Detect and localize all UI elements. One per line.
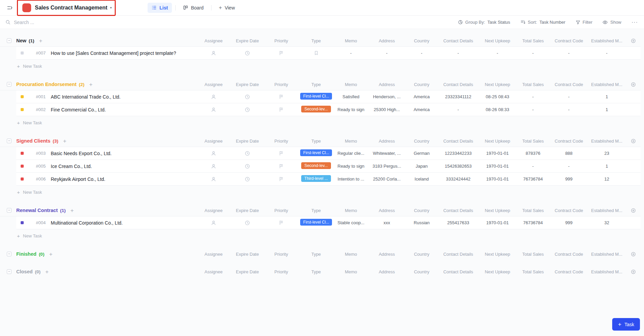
column-header-sales[interactable]: Total Sales — [516, 139, 550, 144]
column-header-contact[interactable]: Contact Details — [438, 252, 479, 257]
new-task-link[interactable]: + New Task — [17, 186, 641, 198]
cell-established[interactable]: - — [588, 50, 626, 56]
column-header-expire[interactable]: Expire Date — [230, 269, 264, 274]
column-header-country[interactable]: Country — [406, 38, 438, 43]
status-square[interactable] — [21, 108, 24, 111]
collapse-group-icon[interactable]: − — [7, 252, 12, 256]
cell-assignee[interactable] — [197, 220, 230, 226]
column-header-upkeep[interactable]: Next Upkeep — [479, 252, 516, 257]
column-header-sales[interactable]: Total Sales — [516, 269, 550, 274]
status-square[interactable] — [21, 221, 24, 224]
cell-address[interactable]: 3183 Pergus... — [368, 164, 406, 169]
column-header-memo[interactable]: Memo — [334, 252, 368, 257]
column-header-assignee[interactable]: Assignee — [197, 252, 230, 257]
table-row[interactable]: #002 Fine Commercial Co., Ltd. — [16, 103, 641, 116]
table-row[interactable]: #003 Basic Needs Export Co., Ltd. — [16, 147, 641, 160]
column-header-country[interactable]: Country — [406, 208, 438, 213]
column-header-country[interactable]: Country — [406, 139, 438, 144]
cell-priority[interactable] — [264, 176, 298, 182]
cell-contract_code[interactable]: - — [550, 107, 588, 112]
cell-total_sales[interactable]: 76736784 — [516, 220, 550, 225]
column-header-upkeep[interactable]: Next Upkeep — [479, 82, 516, 87]
cell-priority[interactable] — [264, 94, 298, 99]
cell-next_upkeep[interactable]: 08-25 08:43 — [479, 94, 516, 99]
add-task-to-group-icon[interactable]: + — [89, 82, 93, 87]
collapse-group-icon[interactable]: − — [7, 269, 12, 274]
column-header-sales[interactable]: Total Sales — [516, 82, 550, 87]
new-task-link[interactable]: + New Task — [17, 60, 641, 72]
status-square[interactable] — [21, 95, 24, 98]
column-header-established[interactable]: Established M... — [588, 269, 626, 274]
cell-memo[interactable]: Satisfied — [334, 94, 368, 99]
cell-memo[interactable]: Ready to sign — [334, 164, 368, 169]
group-name[interactable]: Signed Clients — [16, 138, 50, 144]
cell-contact[interactable]: - — [438, 107, 479, 112]
table-row[interactable]: #007 How to use [Sales Contract Manageme… — [16, 47, 641, 60]
column-header-expire[interactable]: Expire Date — [230, 139, 264, 144]
column-header-contact[interactable]: Contact Details — [438, 269, 479, 274]
cell-type[interactable]: Second-lev... — [298, 162, 334, 170]
cell-memo[interactable]: Ready to sign — [334, 107, 368, 112]
cell-country[interactable]: Japan — [406, 164, 438, 169]
cell-country[interactable]: - — [406, 50, 438, 56]
new-task-link[interactable]: + New Task — [17, 229, 641, 242]
column-header-code[interactable]: Contract Code — [550, 269, 588, 274]
add-task-to-group-icon[interactable]: + — [45, 269, 49, 275]
cell-priority[interactable] — [264, 107, 298, 112]
cell-assignee[interactable] — [197, 176, 230, 182]
cell-assignee[interactable] — [197, 50, 230, 56]
column-header-address[interactable]: Address — [368, 252, 406, 257]
cell-contact[interactable]: 23323341112 — [438, 94, 479, 99]
status-square[interactable] — [21, 165, 24, 168]
column-header-priority[interactable]: Priority — [264, 38, 298, 43]
add-column-icon[interactable] — [626, 82, 641, 87]
cell-country[interactable]: America — [406, 107, 438, 112]
table-row[interactable]: #004 Multinational Corporation Co., Ltd. — [16, 216, 641, 229]
column-header-upkeep[interactable]: Next Upkeep — [479, 139, 516, 144]
cell-priority[interactable] — [264, 50, 298, 56]
add-column-icon[interactable] — [626, 38, 641, 43]
column-header-upkeep[interactable]: Next Upkeep — [479, 269, 516, 274]
group-name[interactable]: Procuration Endorsement — [16, 82, 76, 87]
add-task-to-group-icon[interactable]: + — [39, 38, 42, 44]
more-options-button[interactable]: ··· — [631, 19, 638, 25]
cell-expire-date[interactable] — [230, 151, 264, 156]
column-header-code[interactable]: Contract Code — [550, 38, 588, 43]
cell-memo[interactable]: Regular clie... — [334, 151, 368, 156]
column-header-priority[interactable]: Priority — [264, 82, 298, 87]
cell-established[interactable]: 12 — [588, 176, 626, 182]
cell-contract_code[interactable]: - — [550, 94, 588, 99]
cell-expire-date[interactable] — [230, 176, 264, 182]
cell-priority[interactable] — [264, 151, 298, 156]
cell-expire-date[interactable] — [230, 50, 264, 56]
cell-expire-date[interactable] — [230, 94, 264, 100]
column-header-country[interactable]: Country — [406, 252, 438, 257]
column-header-memo[interactable]: Memo — [334, 208, 368, 213]
column-header-established[interactable]: Established M... — [588, 139, 626, 144]
column-header-upkeep[interactable]: Next Upkeep — [479, 208, 516, 213]
cell-type[interactable]: First-level Cl... — [298, 93, 334, 101]
cell-next_upkeep[interactable]: 08-26 08:33 — [479, 107, 516, 112]
add-column-icon[interactable] — [626, 252, 641, 257]
add-column-icon[interactable] — [626, 208, 641, 213]
column-header-expire[interactable]: Expire Date — [230, 82, 264, 87]
column-header-country[interactable]: Country — [406, 82, 438, 87]
cell-assignee[interactable] — [197, 164, 230, 169]
cell-assignee[interactable] — [197, 94, 230, 100]
cell-country[interactable]: Iceland — [406, 176, 438, 182]
task-title[interactable]: Multinational Corporation Co., Ltd. — [51, 220, 123, 226]
add-column-icon[interactable] — [626, 269, 641, 274]
task-title[interactable]: Fine Commercial Co., Ltd. — [51, 107, 106, 112]
column-header-type[interactable]: Type — [298, 208, 334, 213]
column-header-assignee[interactable]: Assignee — [197, 38, 230, 43]
cell-contract_code[interactable]: - — [550, 164, 588, 169]
column-header-country[interactable]: Country — [406, 269, 438, 274]
column-header-contact[interactable]: Contact Details — [438, 82, 479, 87]
list-title-block[interactable]: Sales Contract Management ▾ — [21, 2, 115, 14]
cell-priority[interactable] — [264, 220, 298, 225]
cell-memo[interactable]: Intention to ... — [334, 176, 368, 182]
cell-type[interactable]: Second-lev... — [298, 106, 334, 113]
column-header-established[interactable]: Established M... — [588, 38, 626, 43]
group-name[interactable]: Closed — [16, 269, 32, 274]
column-header-type[interactable]: Type — [298, 82, 334, 87]
